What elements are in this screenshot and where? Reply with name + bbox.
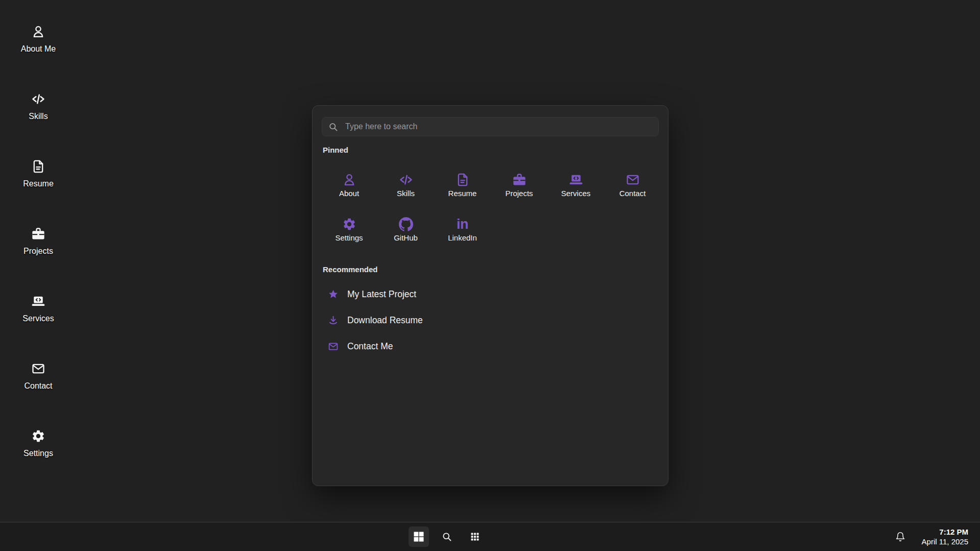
- desktop-icon-label: Skills: [29, 112, 47, 121]
- windows-icon: [414, 532, 424, 542]
- grid-icon: [470, 532, 480, 542]
- bell-icon: [895, 532, 905, 542]
- desktop-icon-label: Settings: [23, 449, 53, 458]
- download-icon: [328, 315, 339, 326]
- pinned-tile-label: Projects: [505, 189, 533, 198]
- recommended-item-label: My Latest Project: [347, 289, 416, 300]
- desktop-icon-label: Projects: [23, 247, 53, 256]
- star-icon: [328, 289, 339, 300]
- desktop-icon-about-me[interactable]: About Me: [0, 17, 77, 85]
- start-menu: Pinned About Skills Resume: [312, 105, 668, 486]
- gear-icon: [342, 217, 356, 231]
- laptop-code-icon: [569, 173, 583, 187]
- clock-time: 7:12 PM: [939, 527, 968, 537]
- pinned-grid: About Skills Resume Projects: [321, 163, 661, 252]
- recommended-section-title: Recommended: [323, 265, 378, 274]
- pinned-tile-github[interactable]: GitHub: [377, 207, 434, 252]
- notifications-button[interactable]: [890, 526, 911, 547]
- desktop: About Me Skills Resume Projects Services: [0, 0, 980, 551]
- briefcase-icon: [31, 227, 45, 241]
- desktop-icon-services[interactable]: Services: [0, 287, 77, 354]
- desktop-icon-column: About Me Skills Resume Projects Services: [0, 17, 77, 489]
- pinned-tile-label: Skills: [397, 189, 415, 198]
- laptop-code-icon: [31, 294, 45, 308]
- briefcase-icon: [512, 173, 527, 187]
- pinned-tile-label: Services: [561, 189, 591, 198]
- desktop-icon-projects[interactable]: Projects: [0, 220, 77, 287]
- desktop-icon-label: About Me: [21, 44, 56, 54]
- pinned-tile-label: GitHub: [394, 233, 418, 242]
- start-button[interactable]: [409, 526, 429, 547]
- recommended-item-download-resume[interactable]: Download Resume: [323, 307, 658, 333]
- desktop-icon-settings[interactable]: Settings: [0, 422, 77, 489]
- code-icon: [399, 173, 413, 187]
- taskbar: 7:12 PM April 11, 2025: [0, 522, 980, 551]
- github-icon: [399, 217, 413, 231]
- pinned-tile-about[interactable]: About: [321, 163, 377, 207]
- search-icon: [442, 532, 452, 542]
- pinned-tile-services[interactable]: Services: [547, 163, 604, 207]
- desktop-icon-label: Resume: [23, 179, 54, 188]
- taskbar-clock[interactable]: 7:12 PM April 11, 2025: [922, 527, 968, 546]
- pinned-tile-contact[interactable]: Contact: [604, 163, 661, 207]
- taskbar-search-button[interactable]: [437, 526, 457, 547]
- pinned-tile-label: Resume: [448, 189, 477, 198]
- clock-date: April 11, 2025: [922, 537, 968, 546]
- pinned-section-title: Pinned: [323, 146, 348, 154]
- pinned-tile-label: About: [339, 189, 359, 198]
- start-search-box[interactable]: [322, 117, 659, 136]
- taskbar-tray: 7:12 PM April 11, 2025: [890, 522, 980, 551]
- desktop-icon-contact[interactable]: Contact: [0, 354, 77, 422]
- taskbar-center-buttons: [409, 526, 485, 547]
- desktop-icon-label: Contact: [24, 381, 52, 391]
- desktop-icon-resume[interactable]: Resume: [0, 152, 77, 220]
- pinned-tile-projects[interactable]: Projects: [491, 163, 547, 207]
- search-icon: [328, 122, 338, 132]
- search-input[interactable]: [344, 122, 652, 132]
- mail-icon: [328, 341, 339, 352]
- recommended-item-contact-me[interactable]: Contact Me: [323, 333, 658, 360]
- pinned-tile-label: Contact: [619, 189, 646, 198]
- mail-icon: [626, 173, 640, 187]
- pinned-tile-linkedin[interactable]: in LinkedIn: [434, 207, 491, 252]
- pinned-tile-settings[interactable]: Settings: [321, 207, 377, 252]
- recommended-list: My Latest Project Download Resume Contac…: [323, 281, 658, 360]
- mail-icon: [31, 362, 45, 376]
- recommended-item-label: Download Resume: [347, 315, 423, 326]
- file-text-icon: [31, 159, 45, 174]
- user-icon: [31, 25, 45, 39]
- pinned-tile-label: LinkedIn: [448, 233, 477, 242]
- user-icon: [342, 173, 356, 187]
- gear-icon: [31, 429, 45, 443]
- recommended-item-label: Contact Me: [347, 341, 393, 352]
- file-text-icon: [456, 173, 470, 187]
- recommended-item-latest-project[interactable]: My Latest Project: [323, 281, 658, 307]
- pinned-tile-label: Settings: [335, 233, 363, 242]
- pinned-tile-skills[interactable]: Skills: [377, 163, 434, 207]
- desktop-icon-label: Services: [22, 314, 54, 323]
- code-icon: [31, 92, 45, 106]
- linkedin-icon: in: [457, 217, 468, 231]
- task-view-button[interactable]: [465, 526, 485, 547]
- desktop-icon-skills[interactable]: Skills: [0, 85, 77, 152]
- pinned-tile-resume[interactable]: Resume: [434, 163, 491, 207]
